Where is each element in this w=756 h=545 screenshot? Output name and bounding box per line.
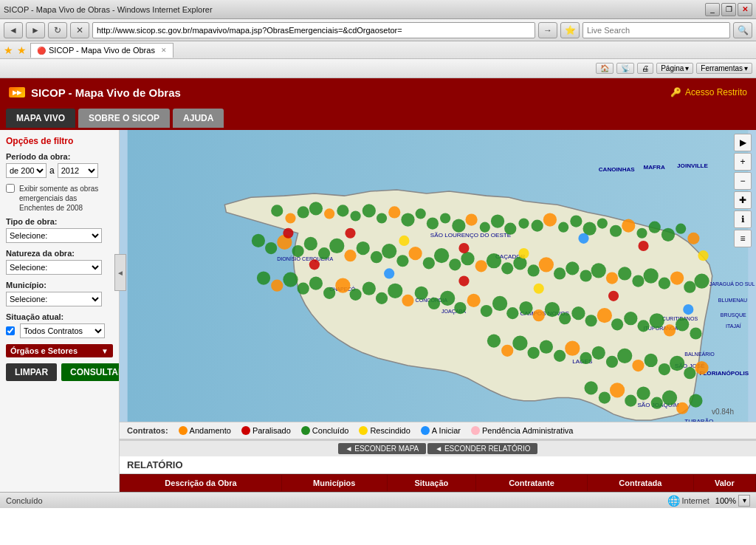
svg-point-100 <box>349 289 361 301</box>
svg-point-71 <box>423 257 435 269</box>
info-button[interactable]: ℹ <box>734 210 752 228</box>
svg-point-134 <box>580 352 591 364</box>
svg-text:MAFRA: MAFRA <box>644 164 665 171</box>
close-button[interactable]: ✕ <box>738 3 752 16</box>
svg-point-28 <box>309 202 323 215</box>
svg-point-47 <box>558 222 568 233</box>
pan-tool-button[interactable]: ✚ <box>734 191 752 209</box>
map-container[interactable]: CANOINHAS MAFRA JOINVILLE SÃO LOURENÇO D… <box>120 130 756 422</box>
svg-point-108 <box>454 302 466 314</box>
work-type-select[interactable]: Selecione: <box>6 228 102 243</box>
pagina-btn[interactable]: Página ▾ <box>656 63 693 74</box>
col-valor: Valor <box>693 475 755 492</box>
orgaos-arrow-icon: ▼ <box>101 347 109 355</box>
period-to-text: a <box>49 165 55 176</box>
select-tool-button[interactable]: ▶ <box>734 134 752 151</box>
legend-paralisado: Paralisado <box>241 426 291 435</box>
municipality-select[interactable]: Selecione: <box>6 292 102 306</box>
rss-icon-btn[interactable]: 📡 <box>616 63 634 74</box>
print-icon-btn[interactable]: 🖨 <box>637 63 653 74</box>
svg-point-92 <box>694 273 709 288</box>
svg-text:ITAJAÍ: ITAJAÍ <box>726 323 741 329</box>
period-from-select[interactable]: de 2003 <box>6 163 47 178</box>
home-icon-btn[interactable]: 🏠 <box>596 63 614 74</box>
clear-button[interactable]: LIMPAR <box>6 363 57 381</box>
nav-tabs: MAPA VIVO SOBRE O SICOP AJUDA <box>0 106 756 130</box>
forward-button[interactable]: ► <box>26 22 45 38</box>
period-to-select[interactable]: 2012 <box>58 163 98 178</box>
orgaos-section[interactable]: Órgãos e Setores ▼ <box>6 344 113 357</box>
app-header: ▶▶ SICOP - Mapa Vivo de Obras 🔑 Acesso R… <box>0 78 756 106</box>
browser-title: SICOP - Mapa Vivo de Obras - Windows Int… <box>4 5 213 14</box>
search-input[interactable] <box>583 22 730 38</box>
period-filter: Período da obra: de 2003 a 2012 <box>6 152 113 178</box>
zoom-down-button[interactable]: ▾ <box>738 495 750 507</box>
minimize-button[interactable]: _ <box>705 3 720 16</box>
tab-label: SICOP - Mapa Vivo de Obras <box>49 46 155 55</box>
favorites-star[interactable]: ⭐ <box>560 22 580 38</box>
svg-text:JOINVILLE: JOINVILLE <box>677 162 708 169</box>
svg-point-86 <box>618 267 631 280</box>
pendencia-dot <box>471 426 480 435</box>
svg-point-110 <box>481 305 492 317</box>
address-bar[interactable] <box>92 22 535 38</box>
svg-text:BRUSQUE: BRUSQUE <box>721 312 746 318</box>
status-checkbox[interactable] <box>6 326 15 335</box>
tab-close-icon[interactable]: ✕ <box>161 47 167 54</box>
svg-point-76 <box>487 253 501 268</box>
hide-report-button[interactable]: ◄ ESCONDER RELATÓRIO <box>427 443 537 454</box>
concluido-label: Concluído <box>312 426 349 435</box>
emergency-checkbox[interactable] <box>6 184 15 193</box>
restore-button[interactable]: ❐ <box>721 3 736 16</box>
layer-button[interactable]: ≡ <box>734 230 752 247</box>
go-button[interactable]: → <box>538 22 557 38</box>
zoom-out-button[interactable]: − <box>734 172 752 190</box>
svg-point-103 <box>388 284 402 298</box>
work-nature-select[interactable]: Selecione: <box>6 260 102 275</box>
svg-point-139 <box>645 354 658 367</box>
svg-point-102 <box>376 292 388 304</box>
stop-button[interactable]: ✕ <box>70 22 89 38</box>
refresh-button[interactable]: ↻ <box>48 22 67 38</box>
sidebar-title: Opções de filtro <box>6 136 113 146</box>
svg-point-127 <box>487 335 501 348</box>
svg-point-52 <box>622 219 635 233</box>
bookmark-star2-icon: ★ <box>17 44 27 56</box>
report-title: RELATÓRIO <box>120 456 756 474</box>
svg-point-167 <box>638 241 648 251</box>
svg-point-132 <box>554 350 566 362</box>
svg-point-129 <box>512 336 527 351</box>
sidebar-scroll-arrow[interactable]: ◄ <box>114 254 126 291</box>
svg-point-33 <box>377 213 387 223</box>
svg-point-164 <box>458 243 469 253</box>
back-button[interactable]: ◄ <box>4 22 23 38</box>
legend-andamento: Andamento <box>179 426 231 435</box>
tab-mapa-vivo[interactable]: MAPA VIVO <box>6 109 75 128</box>
legend-concluido: Concluído <box>301 426 349 435</box>
legend-label: Contratos: <box>127 426 168 435</box>
svg-point-112 <box>506 307 518 319</box>
hide-map-button[interactable]: ◄ ESCONDER MAPA <box>338 443 427 454</box>
svg-point-138 <box>632 360 644 371</box>
svg-point-74 <box>461 252 474 265</box>
svg-point-128 <box>501 345 513 357</box>
tab-ajuda[interactable]: AJUDA <box>173 109 224 128</box>
svg-point-149 <box>651 397 663 409</box>
bookmark-tab[interactable]: 🔴 SICOP - Mapa Vivo de Obras ✕ <box>30 43 173 58</box>
svg-point-99 <box>335 278 350 293</box>
status-select[interactable]: Todos Contratos <box>20 323 105 338</box>
svg-point-123 <box>650 313 664 328</box>
svg-point-75 <box>475 260 487 272</box>
legend-a-iniciar: A Iniciar <box>421 426 461 435</box>
ferramentas-btn[interactable]: Ferramentas ▾ <box>696 63 752 74</box>
svg-point-65 <box>344 250 356 261</box>
search-go-button[interactable]: 🔍 <box>733 22 752 38</box>
zoom-in-button[interactable]: + <box>734 153 752 171</box>
tab-sobre-sicop[interactable]: SOBRE O SICOP <box>78 109 170 128</box>
svg-point-174 <box>683 304 693 315</box>
svg-point-170 <box>384 268 394 278</box>
svg-point-142 <box>684 367 695 379</box>
search-button[interactable]: CONSULTAR <box>61 363 120 381</box>
svg-point-80 <box>539 257 554 272</box>
svg-point-172 <box>534 284 544 294</box>
